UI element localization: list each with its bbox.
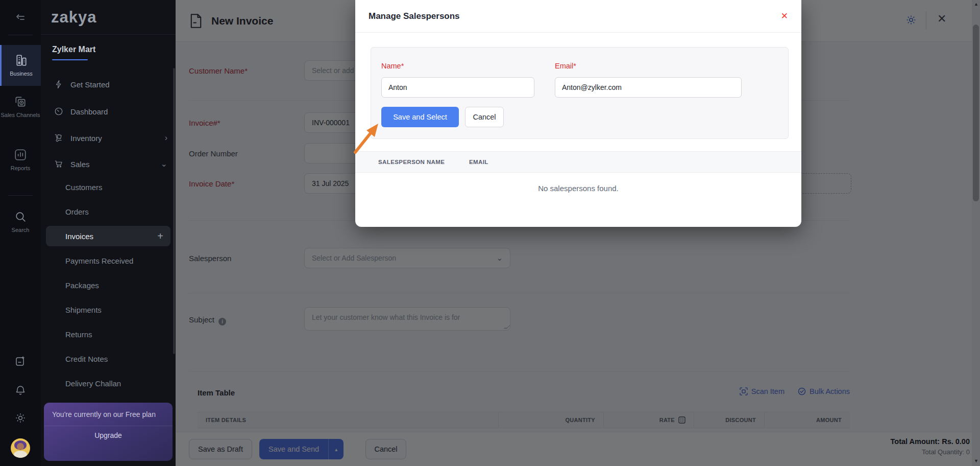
upgrade-button[interactable]: Upgrade: [44, 426, 173, 445]
sidebar-item-get-started[interactable]: Get Started: [41, 73, 176, 96]
sidebar-item-sales[interactable]: Sales ⌄: [41, 153, 176, 175]
sidebar-item-dashboard[interactable]: Dashboard: [41, 100, 176, 123]
manage-salespersons-modal: Manage Salespersons ✕ Name* Email* Save …: [355, 0, 801, 227]
rail-item-reports[interactable]: Reports: [0, 148, 41, 172]
sidebar-item-shipments[interactable]: Shipments: [46, 299, 170, 320]
app-rail: Business Sales Channels Reports: [0, 0, 41, 466]
chevron-down-icon: ⌄: [161, 160, 167, 168]
settings-gear-icon[interactable]: [0, 412, 41, 424]
bolt-icon: [54, 80, 63, 89]
sidebar-item-payments-received[interactable]: Payments Received: [46, 250, 170, 271]
org-name[interactable]: Zylker Mart: [52, 45, 95, 54]
add-invoice-plus-icon[interactable]: +: [157, 230, 163, 242]
rail-item-business[interactable]: Business: [0, 45, 41, 86]
modal-cancel-button[interactable]: Cancel: [465, 107, 504, 127]
reports-chart-icon: [14, 148, 27, 161]
name-input[interactable]: [381, 77, 534, 98]
col-salesperson-name: SALESPERSON NAME: [378, 159, 469, 165]
sidebar-item-packages[interactable]: Packages: [46, 275, 170, 295]
sidebar-item-returns[interactable]: Returns: [46, 324, 170, 344]
modal-close-icon[interactable]: ✕: [781, 11, 788, 21]
app-window: New Invoice ✕ Customer Name* Invoice#* O…: [0, 0, 980, 466]
rail-divider: [8, 35, 33, 35]
zakya-logo: zakya: [51, 8, 96, 27]
collapse-sidebar-icon[interactable]: [0, 8, 41, 29]
email-input[interactable]: [555, 77, 742, 98]
plan-widget: You're currently on our Free plan Upgrad…: [44, 403, 173, 461]
business-buildings-icon: [15, 54, 28, 67]
sidebar-item-invoices[interactable]: Invoices +: [46, 226, 170, 246]
annotation-arrow: [350, 120, 383, 155]
salesperson-form-panel: Name* Email* Save and Select Cancel: [371, 47, 789, 139]
sales-cart-icon: [54, 159, 63, 169]
rail-item-sales-channels[interactable]: Sales Channels: [0, 95, 41, 119]
sidebar-item-orders[interactable]: Orders: [46, 201, 170, 222]
add-contact-icon[interactable]: [0, 355, 41, 367]
sidebar-item-inventory[interactable]: Inventory ›: [41, 127, 176, 149]
empty-state-text: No salespersons found.: [355, 184, 801, 193]
modal-header: Manage Salespersons ✕: [355, 0, 801, 33]
inventory-dolly-icon: [54, 133, 63, 143]
sidebar-item-customers[interactable]: Customers: [46, 177, 170, 197]
save-and-select-button[interactable]: Save and Select: [381, 107, 459, 127]
sidebar-scrollbar[interactable]: [173, 68, 175, 354]
sidebar-item-delivery-challan[interactable]: Delivery Challan: [46, 373, 170, 393]
rail-item-search[interactable]: Search: [0, 211, 41, 234]
chevron-right-icon: ›: [165, 134, 167, 142]
salesperson-table-header: SALESPERSON NAME EMAIL: [355, 151, 801, 173]
notifications-bell-icon[interactable]: [0, 384, 41, 397]
col-email: EMAIL: [469, 159, 488, 165]
sidebar-item-credit-notes[interactable]: Credit Notes: [46, 348, 170, 369]
dashboard-gauge-icon: [54, 107, 63, 116]
search-icon: [14, 211, 27, 223]
rail-divider: [8, 195, 33, 196]
email-label: Email*: [555, 62, 576, 70]
modal-title: Manage Salespersons: [369, 11, 781, 21]
sales-channels-icon: [14, 95, 27, 108]
sidebar-divider: [41, 34, 176, 35]
org-underline: [52, 59, 88, 60]
plan-text: You're currently on our Free plan: [44, 403, 173, 426]
user-avatar[interactable]: [11, 438, 30, 458]
nav-sidebar: zakya Zylker Mart Get Started Dashboard: [41, 0, 176, 466]
name-label: Name*: [381, 62, 404, 70]
